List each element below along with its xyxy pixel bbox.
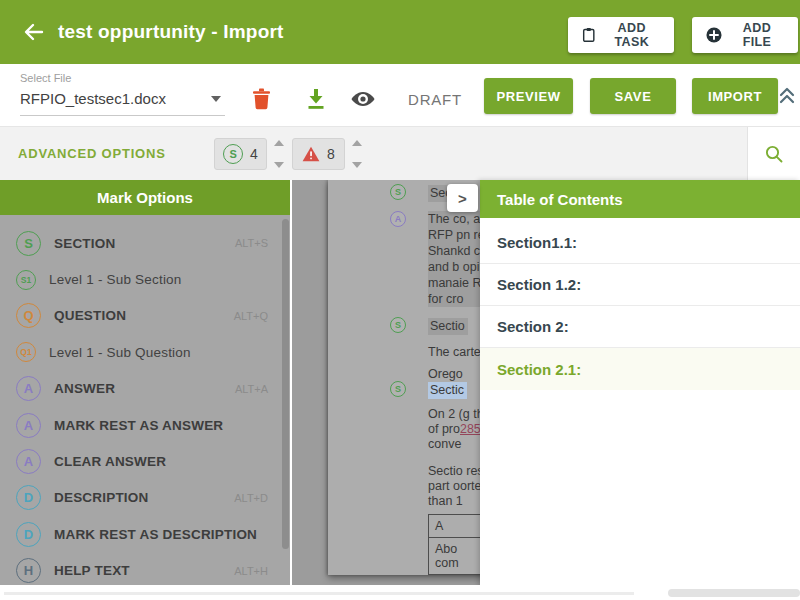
mark-option-label: HELP TEXT — [54, 563, 130, 578]
mark-option-label: CLEAR ANSWER — [54, 454, 166, 469]
toc-header: Table of Contents — [480, 180, 800, 218]
select-file-dropdown[interactable]: Select File RFPIO_testsec1.docx — [20, 72, 225, 116]
mark-option-label: Level 1 - Sub Question — [49, 345, 191, 360]
back-button[interactable] — [20, 18, 48, 46]
doc-marker-s-icon[interactable]: S — [390, 317, 406, 333]
caret-down-icon — [211, 96, 221, 102]
doc-line-text: part oorte — [428, 479, 480, 493]
mark-options-list: S SECTION ALT+S S1 Level 1 - Sub Section… — [0, 215, 290, 585]
mark-option-item[interactable]: D DESCRIPTION ALT+D — [0, 480, 290, 516]
import-screen: test oppurtunity - Import ADD TASK ADD F… — [0, 0, 800, 600]
mark-option-label: SECTION — [54, 236, 115, 251]
doc-line-text: RFP pn res — [428, 228, 480, 242]
trash-icon — [252, 88, 271, 110]
mark-option-item[interactable]: A MARK REST AS ANSWER — [0, 407, 290, 443]
doc-paragraph: The co, anRFP pn resShankd coand b opirm… — [428, 211, 480, 307]
stepper-up-icon[interactable] — [352, 140, 362, 146]
doc-block: On 2 (g thof pro285,conve — [328, 407, 480, 452]
doc-line-text: for cro — [428, 292, 463, 306]
doc-paragraph: Sectic — [428, 381, 480, 399]
import-button[interactable]: IMPORT — [692, 78, 778, 114]
mark-option-label: MARK REST AS DESCRIPTION — [54, 527, 257, 542]
mark-option-item[interactable]: Q QUESTION ALT+Q — [0, 298, 290, 334]
stepper-down-icon[interactable] — [352, 162, 362, 168]
advanced-options-toggle[interactable]: ADVANCED OPTIONS — [18, 146, 166, 161]
collapse-toolbar-button[interactable] — [778, 86, 800, 110]
toc-item[interactable]: Section 2.1: — [480, 348, 800, 390]
mark-badge-icon: A — [16, 376, 41, 401]
doc-line-text: The carted — [428, 345, 480, 359]
doc-paragraph: On 2 (g thof pro285,conve — [428, 407, 480, 452]
warning-count-value: 8 — [327, 146, 335, 162]
mark-option-item[interactable]: A CLEAR ANSWER — [0, 443, 290, 479]
mark-option-item[interactable]: H HELP TEXT ALT+H — [0, 553, 290, 585]
toc-title: Table of Contents — [497, 191, 623, 208]
mark-option-item[interactable]: Q1 Level 1 - Sub Question — [0, 334, 290, 370]
preview-button[interactable]: PREVIEW — [484, 78, 573, 114]
doc-link[interactable]: 285, — [460, 422, 480, 436]
app-header: test oppurtunity - Import ADD TASK ADD F… — [0, 0, 800, 64]
warning-triangle-icon — [302, 146, 320, 162]
search-icon[interactable] — [764, 144, 784, 164]
mark-option-label: ANSWER — [54, 381, 115, 396]
doc-table: AAbo com — [428, 514, 480, 575]
mark-option-item[interactable]: S SECTION ALT+S — [0, 225, 290, 261]
doc-line-text: of pro — [428, 422, 460, 436]
toc-item[interactable]: Section 2: — [480, 306, 800, 348]
selected-file-value: RFPIO_testsec1.docx — [20, 90, 225, 116]
doc-block: Sectio resppart oortethan 1 — [328, 464, 480, 509]
section-count-value: 4 — [250, 146, 258, 162]
mark-options-panel: Mark Options S SECTION ALT+S S1 Level 1 … — [0, 180, 290, 585]
select-file-label: Select File — [20, 72, 225, 84]
doc-line-text: than 1 — [428, 494, 463, 508]
toc-item[interactable]: Section 1.2: — [480, 264, 800, 306]
doc-line-text: Orego — [428, 367, 463, 381]
doc-block: SSectio — [328, 317, 480, 335]
mark-badge-icon: S — [16, 231, 41, 256]
doc-marker-a-icon[interactable]: A — [390, 211, 406, 227]
toc-item[interactable]: Section1.1: — [480, 222, 800, 264]
download-file-button[interactable] — [303, 86, 329, 112]
content-area: Mark Options S SECTION ALT+S S1 Level 1 … — [0, 180, 800, 585]
stepper-up-icon[interactable] — [274, 140, 284, 146]
toc-panel: Table of Contents > Section1.1: Section … — [480, 180, 800, 587]
mark-panel-scrollbar[interactable] — [282, 219, 289, 549]
mark-option-item[interactable]: S1 Level 1 - Sub Section — [0, 261, 290, 297]
add-file-button[interactable]: ADD FILE — [692, 17, 798, 53]
mark-options-title: Mark Options — [0, 180, 290, 215]
toc-item-label: Section 2: — [497, 318, 569, 335]
doc-line-text: Sectio resp — [428, 464, 480, 478]
add-task-button[interactable]: ADD TASK — [568, 17, 674, 53]
doc-marker-s-icon[interactable]: S — [390, 381, 406, 397]
arrow-left-icon — [22, 20, 46, 44]
mark-badge-icon: D — [16, 485, 41, 510]
delete-file-button[interactable] — [248, 86, 274, 112]
page-title: test oppurtunity - Import — [58, 21, 284, 43]
mark-option-label: QUESTION — [54, 308, 126, 323]
preview-file-button[interactable] — [350, 86, 376, 112]
save-button[interactable]: SAVE — [590, 78, 676, 114]
horizontal-scrollbar-thumb[interactable] — [668, 589, 800, 597]
mark-badge-icon: Q1 — [16, 342, 36, 362]
search-area — [747, 127, 800, 181]
mark-option-item[interactable]: D MARK REST AS DESCRIPTION — [0, 516, 290, 552]
selected-file-text: RFPIO_testsec1.docx — [20, 90, 166, 107]
mark-option-shortcut: ALT+S — [235, 237, 268, 249]
download-icon — [306, 88, 326, 110]
mark-badge-icon: D — [16, 522, 41, 547]
doc-marker-s-icon[interactable]: S — [390, 184, 406, 200]
doc-table-cell: Abo com — [429, 537, 480, 574]
double-chevron-up-icon — [778, 86, 796, 106]
mark-option-shortcut: ALT+Q — [234, 310, 268, 322]
doc-line-text: conve — [428, 437, 461, 451]
mark-option-item[interactable]: A ANSWER ALT+A — [0, 371, 290, 407]
bottom-strip — [0, 585, 800, 600]
doc-paragraph: Sectio resppart oortethan 1 — [428, 464, 480, 509]
toc-collapse-button[interactable]: > — [447, 184, 478, 212]
add-file-label: ADD FILE — [730, 21, 784, 49]
doc-line-text: Shankd co — [428, 244, 480, 258]
horizontal-scrollbar-track[interactable] — [4, 592, 634, 595]
stepper-down-icon[interactable] — [274, 162, 284, 168]
doc-paragraph: Sectio — [428, 317, 480, 335]
status-badge: DRAFT — [408, 91, 462, 108]
